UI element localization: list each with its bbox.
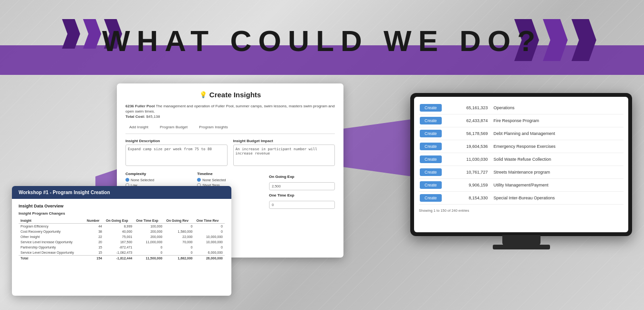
monitor-rows-container: Create 65,161,323 Operations Create 62,4… [419,102,623,205]
complexity-label: Complexity [125,172,191,176]
monitor-stand [502,235,540,246]
one-time-exp-input[interactable] [269,201,335,209]
table-row: Service Level Decrease Opportunity 15 -1… [19,250,225,256]
cell-on-going-rev: 1,580,000 [164,229,194,234]
cell-on-going-exp: 75,001 [104,234,134,239]
table-row: Other Insight 22 75,001 200,000 22,000 1… [19,234,225,239]
cell-one-time-exp: 100,000 [134,224,164,229]
cell-one-time-rev: 0 [195,229,225,234]
workshop-body: Insight Data Overview Insight Program Ch… [12,199,231,266]
col-on-going-exp: On Going Exp [104,218,134,224]
cell-on-going-exp: 167,500 [104,239,134,245]
create-button-0[interactable]: Create [420,104,442,112]
insight-budget-label: Insight Budget Impact [233,139,335,143]
cell-on-going-rev: 70,000 [164,239,194,245]
complexity-none[interactable]: None Selected [125,178,191,182]
connector-center-right [343,119,412,176]
cell-one-time-exp: 200,000 [134,234,164,239]
monitor-row: Create 8,154,330 Special Inter-Bureau Op… [419,192,623,205]
monitor-label-6: Utility Management/Payment [494,183,623,187]
radio-timeline-none-dot [197,178,201,182]
monitor-label-3: Emergency Response Exercises [494,144,623,149]
timeline-label: Timeline [197,172,263,176]
insight-budget-input[interactable]: An increase in participant number will i… [233,145,335,166]
monitor-amount-1: 62,433,874 [447,118,488,123]
table-row: Program Efficiency 44 8,999 100,000 0 0 [19,224,225,229]
monitor-row: Create 19,604,536 Emergency Response Exe… [419,140,623,153]
cell-on-going-rev: 0 [164,245,194,250]
cell-one-time-rev: 6,000,000 [195,250,225,256]
cell-on-going-exp: 8,999 [104,224,134,229]
monitor-amount-7: 8,154,330 [447,196,488,200]
cell-on-going-exp: 40,000 [104,229,134,234]
cell-on-going-exp: -1,812,444 [104,256,134,261]
insight-data-table: Insight Number On Going Exp One Time Exp… [19,218,225,261]
cell-number: 44 [85,224,104,229]
monitor-row: Create 65,161,323 Operations [419,102,623,114]
monitor-amount-2: 56,178,569 [447,131,488,136]
tab-add-insight[interactable]: Add Insight [125,124,152,131]
monitor-amount-6: 9,906,159 [447,183,488,187]
timeline-none-label: None Selected [202,178,226,182]
cell-insight: Service Level Decrease Opportunity [19,250,85,256]
cell-one-time-rev: 0 [195,245,225,250]
insight-program-changes-title: Insight Program Changes [19,211,225,216]
monitor-row: Create 10,761,727 Streets Maintenance pr… [419,166,623,179]
create-button-1[interactable]: Create [420,117,442,124]
monitor-label-5: Streets Maintenance program [494,170,623,175]
cell-on-going-rev: 0 [164,250,194,256]
radio-none-dot [125,178,129,182]
expense-section: On Going Exp One Time Exp [269,175,335,209]
on-going-exp-input[interactable] [269,182,335,190]
monitor-row: Create 9,906,159 Utility Management/Paym… [419,179,623,192]
col-one-time-exp: One Time Exp [134,218,164,224]
cell-one-time-exp: 200,000 [134,229,164,234]
form-description-row: Insight Description Expand camp size per… [125,139,335,168]
workshop-header: Workshop #1 - Program Insight Creation [12,186,231,199]
insight-budget-col: Insight Budget Impact An increase in par… [233,139,335,168]
tab-program-budget[interactable]: Program Budget [156,124,191,131]
cell-on-going-exp: -872,471 [104,245,134,250]
create-button-3[interactable]: Create [420,143,442,150]
insight-description-col: Insight Description Expand camp size per… [125,139,228,168]
on-going-exp-label: On Going Exp [269,175,335,179]
monitor-label-7: Special Inter-Bureau Operations [494,196,623,200]
col-on-going-rev: On Going Rev [164,218,194,224]
table-row: Cost Recovery Opportunity 38 40,000 200,… [19,229,225,234]
table-row: Service Level Increase Opportunity 20 16… [19,239,225,245]
card-title: Create Insights [209,91,261,99]
timeline-none[interactable]: None Selected [197,178,263,182]
cell-on-going-rev: 1,682,000 [164,256,194,261]
tab-program-insights[interactable]: Program Insights [195,124,231,131]
create-button-4[interactable]: Create [420,155,442,163]
monitor-label-4: Solid Waste Refuse Collection [494,157,623,162]
cell-number: 154 [85,256,104,261]
tab-bar: Add Insight Program Budget Program Insig… [125,124,335,134]
cell-insight: Partnership Opportunity [19,245,85,250]
one-time-exp-label: One Time Exp [269,193,335,197]
col-number: Number [85,218,104,224]
create-button-2[interactable]: Create [420,130,442,137]
cell-one-time-rev: 10,000,000 [195,234,225,239]
monitor-row: Create 11,030,030 Solid Waste Refuse Col… [419,153,623,166]
insight-data-overview-title: Insight Data Overview [19,204,225,208]
bulb-icon: 💡 [199,91,207,98]
total-cost-label: Total Cost: [125,114,145,119]
cell-insight: Other Insight [19,234,85,239]
insight-description-input[interactable]: Expand camp size per week from 75 to 80 [125,145,228,166]
cell-one-time-exp: 0 [134,245,164,250]
create-button-7[interactable]: Create [420,194,442,202]
cell-insight: Total [19,256,85,261]
program-name: 6236 Fuller Pool [125,104,155,108]
cell-on-going-rev: 0 [164,224,194,229]
monitor-amount-4: 11,030,030 [447,157,488,162]
col-one-time-rev: One Time Rev [195,218,225,224]
cell-one-time-rev: 0 [195,224,225,229]
col-insight: Insight [19,218,85,224]
cell-number: 38 [85,229,104,234]
create-button-5[interactable]: Create [420,168,442,176]
right-monitor: Create 65,161,323 Operations Create 62,4… [410,93,632,250]
create-button-6[interactable]: Create [420,181,442,189]
cell-insight: Program Efficiency [19,224,85,229]
insight-description-label: Insight Description [125,139,228,143]
